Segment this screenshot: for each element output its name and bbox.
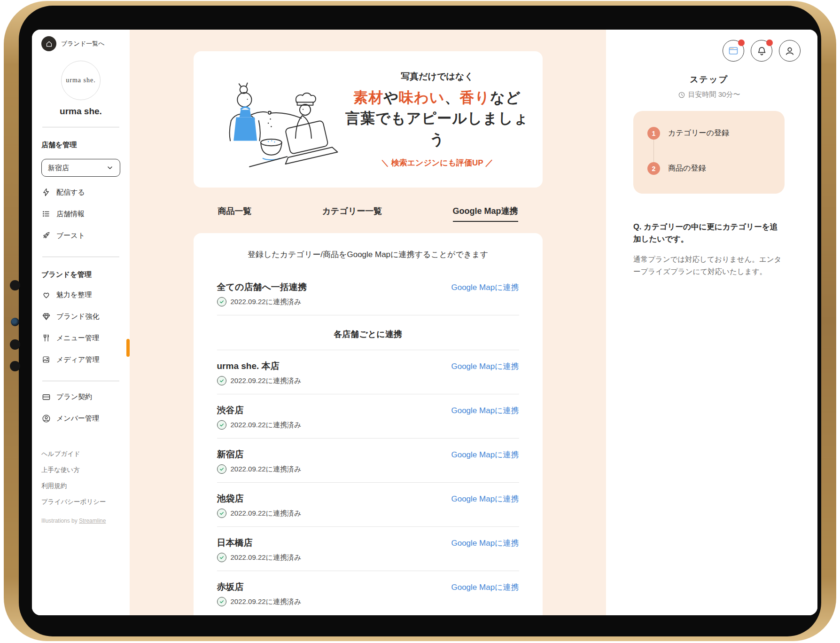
brand-logo: urma she. [61,61,101,100]
faq-block: Q. カテゴリーの中に更にカテゴリーを追加したいです。 通常プランでは対応してお… [633,221,785,278]
sidebar-item-distribute[interactable]: 配信する [41,181,120,203]
steps-card: 1 カテゴリーの登録 2 商品の登録 [633,111,785,194]
check-icon [217,509,226,518]
faq-answer: 通常プランでは対応しておりません。エンタープライズプランにて対応いたします。 [633,253,785,278]
sidebar-item-label: ブースト [56,231,85,240]
gem-icon [41,312,51,321]
sidebar-item-label: プラン契約 [56,392,92,401]
sidebar-item-label: ブランド強化 [56,312,99,321]
sidebar-item-menu-manage[interactable]: メニュー管理 [41,327,120,349]
lightning-icon [41,188,51,197]
google-map-sync-link[interactable]: Google Mapに連携 [451,282,519,293]
sidebar-item-label: メンバー管理 [56,414,99,423]
banner-headline-segment: や [383,89,399,106]
illustration-credit: Illustrations by Streamline [41,518,120,524]
divider [42,127,119,127]
home-icon [46,40,53,47]
heart-icon [41,290,51,299]
check-icon [217,420,226,430]
sync-status-text: 2022.09.22に連携済み [231,421,302,430]
sidebar-item-store-info[interactable]: 店舗情報 [41,203,120,225]
streamline-link[interactable]: Streamline [79,518,106,524]
store-menu: 配信する 店舗情報 ブースト [41,181,120,246]
notifications-button[interactable] [751,40,772,62]
step-connector-line [653,139,654,163]
google-map-sync-link[interactable]: Google Mapに連携 [451,582,519,593]
check-icon [217,376,226,385]
store-section-label: 店舗を管理 [41,141,120,149]
account-button[interactable] [779,40,801,62]
bezel-camera-dot [10,361,20,371]
clock-icon [678,91,685,99]
google-map-sync-link[interactable]: Google Mapに連携 [451,538,519,549]
store-name: 新宿店 [217,448,244,461]
sidebar-item-brand-boost[interactable]: ブランド強化 [41,306,120,327]
back-to-brands[interactable]: ブランド一覧へ [41,36,120,51]
banner-headline-line2: 言葉でもアピールしましょう [345,110,529,147]
app-screen: ブランド一覧へ urma she. urma she. 店舗を管理 新宿店 配信… [32,30,817,615]
browser-button[interactable] [723,40,744,62]
check-icon [217,553,226,562]
terms-link[interactable]: 利用規約 [41,478,120,494]
sidebar-item-label: メニュー管理 [56,334,99,343]
store-name: 渋谷店 [217,404,244,416]
store-row: 赤坂店 Google Mapに連携 2022.09.22に連携済み [217,571,519,615]
bulk-sync-title: 全ての店舗へ一括連携 [217,281,307,293]
panel-description: 登録したカテゴリー/商品をGoogle Mapに連携することができます [217,249,519,260]
bezel-camera-dot [10,339,20,350]
store-selector[interactable]: 新宿店 [41,159,120,177]
brand-section-label: ブランドを管理 [41,270,120,279]
google-map-sync-link[interactable]: Google Mapに連携 [451,361,519,372]
privacy-policy-link[interactable]: プライバシーポリシー [41,494,120,510]
tab-google-map[interactable]: Google Map連携 [453,205,518,222]
sidebar-item-plan[interactable]: プラン契約 [41,386,120,408]
google-map-sync-link[interactable]: Google Mapに連携 [451,405,519,416]
back-label[interactable]: ブランド一覧へ [61,39,105,48]
topbar-icons [633,40,801,62]
check-icon [217,297,226,306]
home-button[interactable] [41,36,56,51]
sync-status: 2022.09.22に連携済み [217,464,519,474]
tab-categories[interactable]: カテゴリー一覧 [322,205,382,222]
step-item-2: 2 商品の登録 [647,162,770,175]
help-guide-link[interactable]: ヘルプガイド [41,446,120,462]
check-icon [217,464,226,474]
rocket-icon [41,231,51,240]
media-icon [41,355,51,364]
sidebar-item-label: 配信する [56,188,85,197]
brand-name: urma she. [41,106,120,117]
banner-headline-line1: 素材や味わい、香りなど [353,89,521,106]
sidebar: ブランド一覧へ urma she. urma she. 店舗を管理 新宿店 配信… [32,30,130,615]
account-menu: プラン契約 メンバー管理 [41,386,120,429]
banner-headline-segment: など [490,89,521,106]
google-map-sync-link[interactable]: Google Mapに連携 [451,494,519,504]
sync-status: 2022.09.22に連携済み [217,376,519,385]
store-name: 池袋店 [217,493,244,505]
banner-headline-segment: 、 [445,89,460,106]
faq-question: Q. カテゴリーの中に更にカテゴリーを追加したいです。 [633,221,785,245]
sync-status-text: 2022.09.22に連携済み [231,509,302,518]
brand-menu: 魅力を整理 ブランド強化 メニュー管理 メディア管理 [41,284,120,370]
sidebar-item-label: 店舗情報 [56,210,85,219]
how-to-use-link[interactable]: 上手な使い方 [41,462,120,478]
sync-status: 2022.09.22に連携済み [217,297,519,306]
main-content: 写真だけではなく 素材や味わい、香りなど 言葉でもアピールしましょう ＼ 検索エ… [130,30,606,615]
time-estimate: 目安時間 30分〜 [633,90,785,99]
credit-prefix: Illustrations by [41,518,79,524]
tab-products[interactable]: 商品一覧 [218,205,252,222]
sidebar-item-media-manage[interactable]: メディア管理 [41,349,120,370]
google-map-sync-link[interactable]: Google Mapに連携 [451,449,519,460]
steps-title: ステップ [633,74,785,85]
sync-status: 2022.09.22に連携済み [217,420,519,430]
step-number-badge: 2 [647,162,660,175]
promo-banner: 写真だけではなく 素材や味わい、香りなど 言葉でもアピールしましょう ＼ 検索エ… [194,51,543,188]
sidebar-item-boost[interactable]: ブースト [41,225,120,246]
right-panel: ステップ 目安時間 30分〜 1 カテゴリーの登録 2 商品の登録 [606,30,817,615]
chevron-down-icon [106,164,114,172]
sidebar-item-charm[interactable]: 魅力を整理 [41,284,120,306]
banner-tagline: ＼ 検索エンジンにも評価UP ／ [344,157,530,168]
store-row: 新宿店 Google Mapに連携 2022.09.22に連携済み [217,439,519,483]
content-tabs: 商品一覧 カテゴリー一覧 Google Map連携 [194,205,543,222]
sidebar-item-members[interactable]: メンバー管理 [41,408,120,429]
per-store-section-header: 各店舗ごとに連携 [217,315,519,350]
